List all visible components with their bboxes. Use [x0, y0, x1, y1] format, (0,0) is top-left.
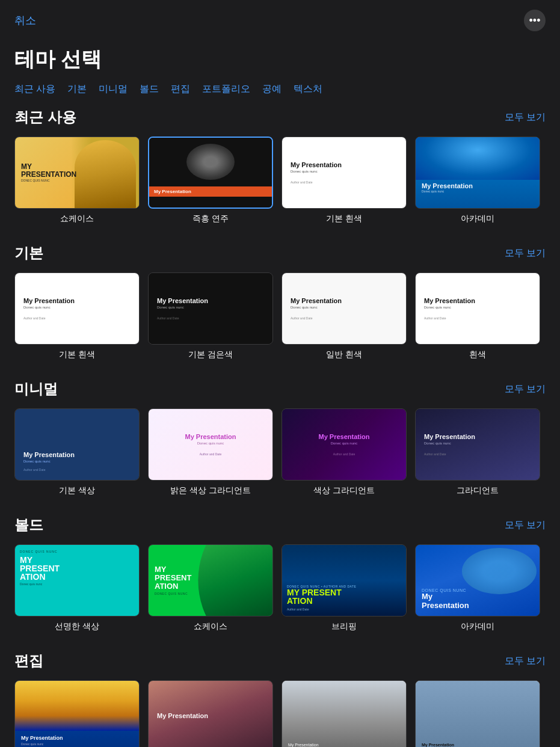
card-bold-briefing[interactable]: DONEC QUIS NUNC • AUTHOR AND DATE MY PRE… [282, 544, 407, 632]
card-edit-1[interactable]: My Presentation Donec quis nunc [14, 680, 140, 747]
card-basic-white-label: 기본 흰색 [326, 214, 362, 224]
card-showcase-label: 쇼케이스 [60, 214, 94, 224]
section-recent-see-all[interactable]: 모두 보기 [505, 111, 546, 124]
section-edit-title: 편집 [14, 651, 43, 671]
card-white[interactable]: My Presentation Donec quis nunc Author a… [415, 272, 540, 360]
card-color-gradient-label: 색상 그라디언트 [313, 485, 375, 496]
section-basic-header: 기본 모두 보기 [14, 244, 546, 263]
card-bold-briefing-label: 브리핑 [331, 621, 357, 632]
card-bold-academy-label: 아카데미 [461, 621, 494, 632]
section-minimal-title: 미니멀 [14, 380, 58, 399]
section-bold-header: 볼드 모두 보기 [14, 515, 546, 535]
section-edit: 편집 모두 보기 My Presentation Donec quis nunc… [0, 651, 560, 747]
card-basic-black[interactable]: My Presentation Donec quis nunc Author a… [148, 272, 273, 360]
card-gradient-label: 그라디언트 [457, 485, 499, 496]
card-general-white-label: 일반 흰색 [326, 349, 362, 360]
card-edit-3[interactable]: My Presentation [282, 680, 407, 747]
card-jazz-label: 즉흥 연주 [192, 214, 229, 224]
card-basic-white[interactable]: My Presentation Donec quis nunc Author a… [14, 272, 140, 360]
card-general-white[interactable]: My Presentation Donec quis nunc Author a… [282, 272, 407, 360]
section-bold-see-all[interactable]: 모두 보기 [505, 519, 546, 532]
more-button[interactable]: ••• [524, 10, 546, 31]
card-bold-showcase-label: 쇼케이스 [194, 621, 227, 632]
card-gradient[interactable]: My Presentation Donec quis nunc Author a… [415, 408, 540, 496]
card-bold-vivid[interactable]: DONEC QUIS NUNC MYPRESENTATION Donec qui… [14, 544, 140, 632]
card-minimal-color-label: 기본 색상 [59, 485, 95, 496]
card-bold-academy[interactable]: DONEC QUIS NUNC MyPresentation 아카데미 [415, 544, 540, 632]
section-bold-cards: DONEC QUIS NUNC MYPRESENTATION Donec qui… [14, 544, 546, 632]
card-light-gradient-label: 밝은 색상 그라디언트 [170, 485, 251, 496]
card-white-label: 흰색 [469, 349, 486, 360]
card-minimal-color[interactable]: My Presentation Donec quis nunc Author a… [14, 408, 140, 496]
card-showcase[interactable]: MYPRESENTATION DONEC QUIS NUNC 쇼케이스 [14, 137, 140, 224]
more-icon: ••• [529, 14, 541, 27]
header: 취소 ••• [0, 0, 560, 41]
section-recent: 최근 사용 모두 보기 MYPRESENTATION DONEC QUIS NU… [0, 108, 560, 244]
card-color-gradient[interactable]: My Presentation Donec quis nunc Author a… [282, 408, 407, 496]
section-basic-see-all[interactable]: 모두 보기 [505, 247, 546, 260]
section-edit-see-all[interactable]: 모두 보기 [505, 655, 546, 668]
card-bold-showcase[interactable]: MYPRESENTATION DONEC QUIS NUNC 쇼케이스 [148, 544, 273, 632]
filter-tab-basic[interactable]: 기본 [67, 83, 87, 96]
section-minimal-cards: My Presentation Donec quis nunc Author a… [14, 408, 546, 496]
page-title: 테마 선택 [0, 41, 560, 83]
card-jazz[interactable]: My Presentation 즉흥 연주 [148, 137, 273, 224]
filter-tab-portfolio[interactable]: 포트폴리오 [202, 83, 250, 96]
card-academy-recent[interactable]: My Presentation Donec quis nunc 아카데미 [415, 137, 540, 224]
filter-tab-bold[interactable]: 볼드 [140, 83, 159, 96]
section-minimal-see-all[interactable]: 모두 보기 [505, 383, 546, 396]
section-recent-header: 최근 사용 모두 보기 [14, 108, 546, 127]
section-basic: 기본 모두 보기 My Presentation Donec quis nunc… [0, 244, 560, 380]
section-minimal-header: 미니멀 모두 보기 [14, 380, 546, 399]
filter-tab-recent[interactable]: 최근 사용 [14, 83, 55, 96]
card-edit-4[interactable]: My Presentation [415, 680, 540, 747]
section-recent-cards: MYPRESENTATION DONEC QUIS NUNC 쇼케이스 My P… [14, 137, 546, 224]
filter-tabs: 최근 사용 기본 미니멀 볼드 편집 포트폴리오 공예 텍스처 [0, 83, 560, 108]
section-edit-cards: My Presentation Donec quis nunc My Prese… [14, 680, 546, 747]
card-basic-black-label: 기본 검은색 [188, 349, 233, 360]
cancel-button[interactable]: 취소 [14, 13, 36, 28]
section-basic-title: 기본 [14, 244, 43, 263]
section-bold-title: 볼드 [14, 515, 43, 535]
card-academy-label: 아카데미 [461, 214, 494, 224]
section-recent-title: 최근 사용 [14, 108, 76, 127]
card-edit-2[interactable]: My Presentation [148, 680, 273, 747]
card-bold-vivid-label: 선명한 색상 [55, 621, 99, 632]
card-basic-white-recent[interactable]: My Presentation Donec quis nunc Author a… [282, 137, 407, 224]
filter-tab-minimal[interactable]: 미니멀 [99, 83, 128, 96]
section-basic-cards: My Presentation Donec quis nunc Author a… [14, 272, 546, 360]
section-minimal: 미니멀 모두 보기 My Presentation Donec quis nun… [0, 380, 560, 515]
filter-tab-craft[interactable]: 공예 [262, 83, 282, 96]
filter-tab-texture[interactable]: 텍스처 [294, 83, 322, 96]
section-edit-header: 편집 모두 보기 [14, 651, 546, 671]
filter-tab-edit[interactable]: 편집 [171, 83, 190, 96]
card-basic-white-2-label: 기본 흰색 [59, 349, 95, 360]
card-light-gradient[interactable]: My Presentation Donec quis nunc Author a… [148, 408, 273, 496]
section-bold: 볼드 모두 보기 DONEC QUIS NUNC MYPRESENTATION … [0, 515, 560, 651]
